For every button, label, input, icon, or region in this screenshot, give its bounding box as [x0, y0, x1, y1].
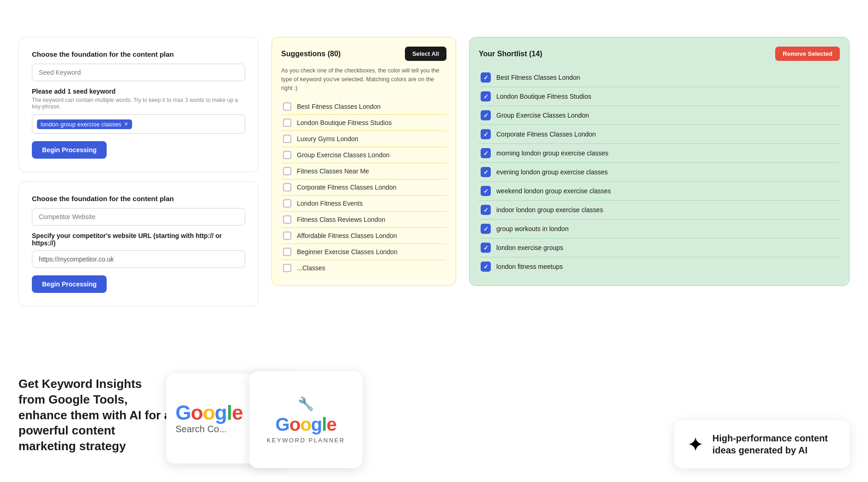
suggestion-item: Affordable Fitness Classes London [281, 228, 446, 244]
suggestion-item: Corporate Fitness Classes London [281, 179, 446, 196]
competitor-website-card: Choose the foundation for the content pl… [18, 181, 259, 306]
shortlist-item: evening london group exercise classes [479, 163, 840, 182]
shortlist-item: Corporate Fitness Classes London [479, 125, 840, 144]
bottom-tagline: Get Keyword Insights from Google Tools, … [18, 376, 171, 454]
shortlist-text-7: weekend london group exercise classes [496, 187, 611, 195]
shortlist-text-8: indoor london group exercise classes [496, 206, 603, 214]
ai-performance-card: ✦ High-performance content ideas generat… [674, 420, 850, 468]
ai-card-text: High-performance content ideas generated… [712, 432, 837, 456]
suggestion-checkbox-6[interactable] [283, 183, 291, 191]
google-search-console-text: Search Co... [175, 424, 227, 434]
shortlist-text-3: Group Exercise Classes London [496, 112, 589, 119]
shortlist-card: Your Shortlist (14) Remove Selected Best… [469, 37, 850, 286]
ai-star-icon: ✦ [687, 433, 704, 456]
shortlist-text-9: group workouts in london [496, 225, 568, 232]
suggestion-text-1: Best Fitness Classes London [297, 103, 380, 110]
shortlist-title: Your Shortlist (14) [479, 50, 542, 58]
suggestion-text-5: Fitness Classes Near Me [297, 167, 369, 175]
suggestion-checkbox-2[interactable] [283, 119, 291, 127]
seed-keyword-hint: The keyword can contain multiple words. … [32, 97, 245, 110]
keyword-tag: london group exercise classes ✕ [37, 119, 132, 129]
tag-input-area[interactable]: london group exercise classes ✕ [32, 114, 245, 134]
shortlist-checked-1 [481, 72, 491, 83]
shortlist-item: London Boutique Fitness Studios [479, 87, 840, 106]
suggestion-text-8: Fitness Class Reviews London [297, 216, 385, 223]
shortlist-text-6: evening london group exercise classes [496, 168, 608, 176]
suggestion-checkbox-3[interactable] [283, 135, 291, 143]
shortlist-text-5: morning london group exercise classes [496, 149, 609, 157]
suggestion-text-11: ...Classes [297, 264, 325, 272]
suggestion-item: Best Fitness Classes London [281, 99, 446, 115]
suggestion-text-2: London Boutique Fitness Studios [297, 119, 392, 126]
shortlist-item: group workouts in london [479, 220, 840, 238]
suggestion-item: London Fitness Events [281, 196, 446, 212]
suggestion-checkbox-1[interactable] [283, 102, 291, 111]
suggestion-text-7: London Fitness Events [297, 200, 362, 207]
suggestion-checkbox-11[interactable] [283, 264, 291, 272]
shortlist-text-2: London Boutique Fitness Studios [496, 93, 591, 100]
suggestion-item: Group Exercise Classes London [281, 147, 446, 163]
url-label: Specify your competitor's website URL (s… [32, 232, 245, 247]
shortlist-item: weekend london group exercise classes [479, 182, 840, 201]
suggestion-checkbox-7[interactable] [283, 199, 291, 208]
competitor-url-input[interactable] [32, 250, 245, 268]
shortlist-checked-3 [481, 110, 491, 120]
shortlist-checked-10 [481, 243, 491, 253]
shortlist-item: london fitness meetups [479, 257, 840, 276]
shortlist-checked-6 [481, 167, 491, 177]
suggestion-checkbox-10[interactable] [283, 248, 291, 256]
shortlist-checked-8 [481, 205, 491, 215]
suggestion-item: Fitness Class Reviews London [281, 212, 446, 228]
card1-title: Choose the foundation for the content pl… [32, 50, 245, 58]
suggestion-checkbox-8[interactable] [283, 215, 291, 224]
suggestions-hint: As you check one of the checkboxes, the … [281, 66, 446, 92]
shortlist-checked-4 [481, 129, 491, 139]
suggestion-item: Fitness Classes Near Me [281, 163, 446, 179]
suggestion-checkbox-4[interactable] [283, 151, 291, 159]
suggestion-checkbox-9[interactable] [283, 232, 291, 240]
shortlist-text-4: Corporate Fitness Classes London [496, 131, 596, 138]
suggestion-item: ...Classes [281, 260, 446, 276]
suggestions-title: Suggestions (80) [281, 50, 341, 58]
shortlist-checked-9 [481, 224, 491, 234]
select-all-button[interactable]: Select All [405, 47, 446, 61]
seed-keyword-label: Please add 1 seed keyword [32, 88, 245, 95]
seed-keyword-card: Choose the foundation for the content pl… [18, 37, 259, 172]
suggestion-text-3: Luxury Gyms London [297, 135, 358, 143]
suggestions-card: Suggestions (80) Select All As you check… [271, 37, 456, 286]
begin-processing-button-1[interactable]: Begin Processing [32, 141, 107, 159]
google-kp-logo: Google [276, 414, 337, 435]
shortlist-item: Best Fitness Classes London [479, 68, 840, 87]
keyword-tag-close[interactable]: ✕ [124, 121, 128, 127]
suggestion-text-4: Group Exercise Classes London [297, 151, 390, 159]
card2-title: Choose the foundation for the content pl… [32, 195, 245, 202]
suggestion-item: London Boutique Fitness Studios [281, 115, 446, 131]
suggestion-text-10: Beginner Exercise Classes London [297, 248, 398, 256]
suggestion-text-9: Affordable Fitness Classes London [297, 232, 397, 239]
suggestion-text-6: Corporate Fitness Classes London [297, 184, 397, 191]
begin-processing-button-2[interactable]: Begin Processing [32, 275, 107, 293]
suggestions-header: Suggestions (80) Select All [281, 47, 446, 61]
google-search-logo: Google [175, 403, 243, 423]
shortlist-column: Your Shortlist (14) Remove Selected Best… [469, 37, 850, 286]
google-kp-subtitle: KEYWORD PLANNER [267, 437, 345, 444]
keyword-planner-icon: 🔧 [298, 396, 314, 411]
suggestion-checkbox-5[interactable] [283, 167, 291, 175]
main-layout: Choose the foundation for the content pl… [0, 0, 868, 325]
shortlist-item: Group Exercise Classes London [479, 106, 840, 125]
suggestion-item: Beginner Exercise Classes London [281, 244, 446, 260]
competitor-website-select[interactable] [32, 208, 245, 226]
seed-keyword-select[interactable] [32, 64, 245, 81]
shortlist-item: morning london group exercise classes [479, 144, 840, 163]
shortlist-item: indoor london group exercise classes [479, 201, 840, 220]
shortlist-text-1: Best Fitness Classes London [496, 74, 580, 81]
shortlist-checked-7 [481, 186, 491, 196]
shortlist-text-11: london fitness meetups [496, 263, 563, 270]
left-column: Choose the foundation for the content pl… [18, 37, 259, 306]
shortlist-checked-2 [481, 91, 491, 101]
remove-selected-button[interactable]: Remove Selected [775, 47, 840, 61]
shortlist-checked-5 [481, 148, 491, 158]
suggestions-column: Suggestions (80) Select All As you check… [271, 37, 456, 286]
shortlist-header: Your Shortlist (14) Remove Selected [479, 47, 840, 61]
shortlist-checked-11 [481, 262, 491, 272]
